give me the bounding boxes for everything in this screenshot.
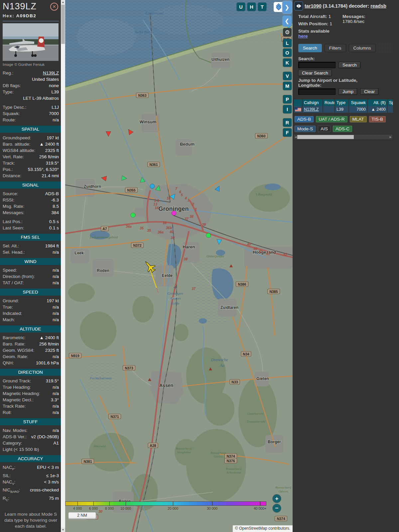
section-header: ACCURACY xyxy=(0,455,61,462)
divider xyxy=(3,21,59,21)
road-shield: N376 xyxy=(226,459,235,463)
map-area-label: Leekstermeergebied xyxy=(89,235,118,239)
aircraft-marker[interactable] xyxy=(172,211,176,215)
right-panel-titlebar: tar1090 (3.14.1784) decoder: readsb xyxy=(293,0,399,11)
map-area-label: Boswachterij xyxy=(226,467,242,470)
aircraft-marker[interactable] xyxy=(206,233,211,238)
exit-number: 39 xyxy=(202,222,206,226)
scroll-right-icon[interactable]: ► xyxy=(389,135,392,139)
jump-clear-button[interactable]: Clear xyxy=(360,88,378,95)
road-shield: N361 xyxy=(149,163,158,167)
data-row: Route:n/a xyxy=(3,117,59,123)
arrow-right-icon xyxy=(299,4,301,8)
scroll-thumb[interactable] xyxy=(61,5,65,44)
road-shield: A7 xyxy=(102,227,107,231)
map-city-label: Uithuizen xyxy=(211,57,229,62)
map-button-r[interactable]: R xyxy=(283,118,292,127)
scroll-down-icon[interactable]: ▼ xyxy=(61,528,65,532)
legend-tick xyxy=(173,501,173,506)
data-row: Magnetic Heading:n/a xyxy=(3,390,59,397)
filter-mode-s[interactable]: Mode-S xyxy=(295,126,316,132)
sidebar-expand-button[interactable]: ❯ xyxy=(282,1,292,13)
data-row: Last Seen:0.1 s xyxy=(3,225,59,231)
data-row: Track:319.5° xyxy=(3,160,59,166)
filter-uat-ads-r[interactable]: UAT / ADS-R xyxy=(316,116,347,122)
stats-here-link[interactable]: here xyxy=(298,34,308,39)
search-input[interactable] xyxy=(298,62,335,68)
table-row[interactable]: N139LZ L39 7000 ▲ 2400 xyxy=(294,106,393,113)
scroll-left-icon[interactable]: ◄ xyxy=(294,135,297,139)
zoom-out-button[interactable]: − xyxy=(273,504,281,512)
map-city-label: Eelde xyxy=(162,273,173,278)
scroll-up-icon[interactable]: ▲ xyxy=(61,0,65,4)
aircraft-marker[interactable] xyxy=(150,184,155,189)
road-shield: N360 xyxy=(257,134,265,138)
map-button-t[interactable]: T xyxy=(258,3,266,11)
map-city-label: Roden xyxy=(97,268,109,273)
legend-tick xyxy=(77,501,78,506)
map-scale-bar: 2 NM xyxy=(68,512,96,519)
map-button-l[interactable]: L xyxy=(283,39,292,47)
exit-number: 37 xyxy=(185,217,189,221)
legend-tick-label: 6 000 xyxy=(89,506,98,510)
exit-number: 35 xyxy=(147,228,151,232)
map-button-h[interactable]: H xyxy=(247,3,256,11)
clear-search-button[interactable]: Clear Search xyxy=(298,70,332,76)
map-button-f[interactable]: F xyxy=(283,128,292,137)
data-row: Ground Track:319.5° xyxy=(3,378,59,384)
close-icon[interactable]: ✕ xyxy=(50,3,58,11)
exit-number: 14 xyxy=(155,206,159,210)
map-area-label: Groningen xyxy=(167,291,183,295)
exit-number: 38 xyxy=(190,214,194,218)
legend-tick xyxy=(93,501,94,506)
readsb-link[interactable]: readsb xyxy=(370,3,386,9)
h-scroll-thumb[interactable] xyxy=(297,135,354,139)
jump-input[interactable] xyxy=(298,88,335,95)
aircraft-data-rows: Reg.:N139LZUnited StatesDB flags:noneTyp… xyxy=(3,70,59,503)
map-area-label: Grolloo xyxy=(214,455,223,458)
callsign-link[interactable]: N139LZ xyxy=(304,107,319,112)
mode-s-hint: Learn more about Mode S data type by hov… xyxy=(3,511,59,530)
map-button-v[interactable]: V xyxy=(283,72,292,80)
table-horizontal-scrollbar[interactable]: ◄ ► xyxy=(294,135,392,139)
data-row: NACP:EPU < 3 m xyxy=(3,464,59,472)
data-row: Nav. Modes:n/a xyxy=(3,427,59,434)
exit-number: 36a xyxy=(158,230,164,234)
map[interactable]: LauwerswalAndel Bult't RoegwoldLeeksterm… xyxy=(65,0,293,532)
zoom-in-button[interactable]: + xyxy=(273,494,281,503)
map-button-i[interactable]: I xyxy=(283,105,292,113)
panel-width-toggle-button[interactable] xyxy=(294,1,303,11)
filter-ads-b[interactable]: ADS-B xyxy=(295,116,314,122)
openstreetmap-link[interactable]: OpenStreetMap xyxy=(239,526,267,531)
map-button-u[interactable]: U xyxy=(237,3,245,11)
sidebar-collapse-button[interactable]: ❮ xyxy=(282,16,292,27)
legend-tick-label: 10 000 xyxy=(120,506,131,510)
data-row: Messages:384 xyxy=(3,209,59,216)
tab-search[interactable]: Search xyxy=(298,44,322,52)
map-button-k[interactable]: K xyxy=(283,59,292,67)
tab-columns[interactable]: Columns xyxy=(349,44,376,52)
map-button-p[interactable]: P xyxy=(283,95,292,103)
data-row: Reg.:N139LZ xyxy=(3,70,59,76)
map-button-m[interactable]: M xyxy=(283,82,292,90)
filter-tis-b[interactable]: TIS-B xyxy=(369,116,386,122)
exit-number: 40 xyxy=(253,247,257,251)
settings-gear-icon[interactable]: ⚙ xyxy=(283,28,292,37)
tar1090-link[interactable]: tar1090 xyxy=(305,3,322,9)
search-button[interactable]: Search xyxy=(339,62,360,68)
aircraft-marker[interactable] xyxy=(131,213,135,217)
jump-button[interactable]: Jump xyxy=(339,88,357,95)
map-button-o[interactable]: O xyxy=(283,49,292,57)
left-scrollbar[interactable]: ▲ ▼ xyxy=(61,0,65,532)
filter-ais[interactable]: AIS xyxy=(318,126,331,132)
map-area-label: Gasselterveld xyxy=(247,412,264,415)
filter-ads-c[interactable]: ADS-C xyxy=(333,126,352,132)
tab-filters[interactable]: Filters xyxy=(325,44,346,52)
aircraft-photo[interactable] xyxy=(3,23,59,61)
legend-tick-label: 40 000+ xyxy=(254,506,266,510)
map-area-label: Eelde xyxy=(171,301,179,305)
filter-mlat[interactable]: MLAT xyxy=(350,116,367,122)
table-header-row[interactable]: Callsign Route Type Squawk Alt. (ft) Spd xyxy=(294,99,393,106)
map-area-label: Aa xyxy=(219,363,224,368)
data-row: True:n/a xyxy=(3,304,59,310)
